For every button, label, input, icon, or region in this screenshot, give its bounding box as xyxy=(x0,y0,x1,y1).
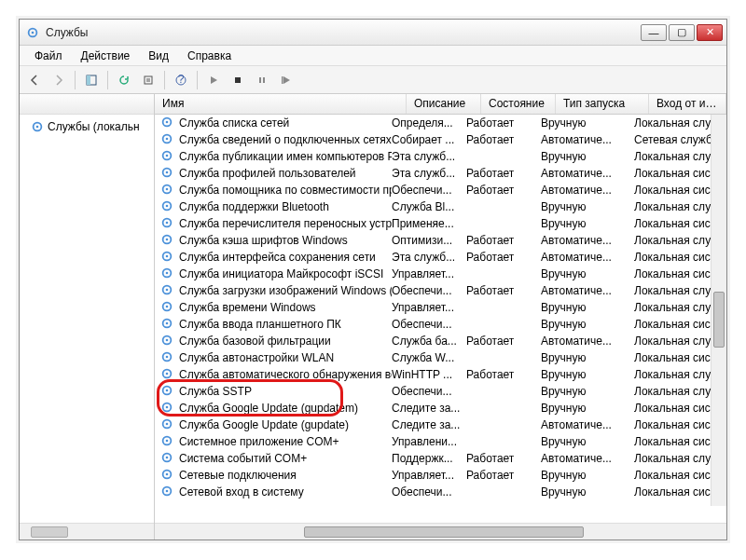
service-icon xyxy=(160,250,175,265)
menu-view[interactable]: Вид xyxy=(139,48,178,64)
service-row[interactable]: Служба автонастройки WLANСлужба W...Вруч… xyxy=(155,349,726,366)
service-description: Обеспечи... xyxy=(392,385,466,398)
svg-point-36 xyxy=(166,306,169,308)
service-row[interactable]: Служба профилей пользователейЭта служб..… xyxy=(155,165,726,182)
svg-text:?: ? xyxy=(178,75,185,86)
service-name: Служба сведений о подключенных сетях xyxy=(179,133,392,146)
service-name: Служба помощника по совместимости програ… xyxy=(179,184,392,197)
col-description[interactable]: Описание xyxy=(407,94,481,114)
service-row[interactable]: Служба сведений о подключенных сетяхСоби… xyxy=(155,131,726,148)
forward-button[interactable] xyxy=(48,69,70,91)
service-startup: Автоматиче... xyxy=(541,335,634,348)
service-row[interactable]: Служба Google Update (gupdatem)Следите з… xyxy=(155,400,726,417)
service-description: Обеспечи... xyxy=(392,485,466,499)
service-icon xyxy=(160,468,175,483)
service-name: Служба профилей пользователей xyxy=(179,167,356,180)
service-name: Сетевой вход в систему xyxy=(179,485,304,499)
service-status: Работает xyxy=(466,133,541,146)
service-description: Служба W... xyxy=(392,351,466,364)
svg-point-54 xyxy=(166,457,169,459)
col-logon[interactable]: Вход от имени xyxy=(649,94,726,114)
service-status: Работает xyxy=(466,116,541,130)
service-row[interactable]: Служба времени WindowsУправляет...Вручну… xyxy=(155,299,726,316)
service-status: Работает xyxy=(466,368,541,381)
service-startup: Вручную xyxy=(541,385,634,398)
col-status[interactable]: Состояние xyxy=(481,94,556,114)
svg-point-30 xyxy=(166,255,169,258)
service-row[interactable]: Служба базовой фильтрацииСлужба ба...Раб… xyxy=(155,333,726,349)
service-row[interactable]: Служба загрузки изображений Windows (WIA… xyxy=(155,282,726,299)
service-row[interactable]: Служба SSTPОбеспечи...ВручнуюЛокальная с… xyxy=(155,383,726,400)
col-startup[interactable]: Тип запуска xyxy=(556,94,649,114)
svg-rect-9 xyxy=(263,77,265,83)
service-row[interactable]: Служба помощника по совместимости програ… xyxy=(155,182,726,198)
service-startup: Автоматиче... xyxy=(541,133,634,146)
service-row[interactable]: Служба автоматического обнаружения веб-п… xyxy=(155,366,726,383)
svg-rect-3 xyxy=(87,75,90,85)
service-startup: Вручную xyxy=(541,485,634,499)
svg-point-16 xyxy=(166,138,169,141)
service-row[interactable]: Служба поддержки BluetoothСлужба Bl...Вр… xyxy=(155,198,726,215)
menu-file[interactable]: Файл xyxy=(25,48,72,64)
menu-help[interactable]: Справка xyxy=(178,48,241,64)
service-row[interactable]: Служба публикации имен компьютеров PNRPЭ… xyxy=(155,148,726,165)
menu-action[interactable]: Действие xyxy=(72,48,140,64)
pause-service-button[interactable] xyxy=(251,69,273,91)
service-name: Служба кэша шрифтов Windows xyxy=(179,234,348,247)
service-name: Служба списка сетей xyxy=(179,116,289,130)
col-name[interactable]: Имя xyxy=(155,94,407,114)
show-hide-tree-button[interactable] xyxy=(80,69,103,91)
services-list[interactable]: Служба списка сетейОпределя...РаботаетВр… xyxy=(155,115,726,523)
service-startup: Автоматиче... xyxy=(541,184,634,197)
service-startup: Вручную xyxy=(541,150,634,163)
service-name: Служба автонастройки WLAN xyxy=(179,351,334,364)
start-service-button[interactable] xyxy=(202,69,225,91)
service-row[interactable]: Служба ввода планшетного ПКОбеспечи...Вр… xyxy=(155,316,726,333)
service-startup: Вручную xyxy=(541,368,634,381)
service-row[interactable]: Служба инициатора Майкрософт iSCSIУправл… xyxy=(155,266,726,282)
service-row[interactable]: Система событий COM+Поддержк...РаботаетА… xyxy=(155,450,726,467)
stop-service-button[interactable] xyxy=(227,69,249,91)
service-description: Собирает ... xyxy=(392,133,466,146)
service-icon xyxy=(160,283,175,298)
back-button[interactable] xyxy=(23,69,46,91)
help-button[interactable]: ? xyxy=(170,69,192,91)
service-description: Поддержк... xyxy=(392,452,466,465)
export-button[interactable] xyxy=(137,69,159,91)
tree-root-services[interactable]: Службы (локальн xyxy=(25,118,148,135)
service-startup: Вручную xyxy=(541,116,634,130)
maximize-button[interactable]: ▢ xyxy=(669,24,695,41)
service-row[interactable]: Служба интерфейса сохранения сетиЭта слу… xyxy=(155,249,726,266)
service-name: Служба инициатора Майкрософт iSCSI xyxy=(179,267,383,280)
service-name: Служба перечислителя переносных устройст… xyxy=(179,217,392,230)
service-name: Служба Google Update (gupdatem) xyxy=(179,402,358,415)
service-row[interactable]: Служба перечислителя переносных устройст… xyxy=(155,215,726,232)
services-icon xyxy=(31,120,44,133)
horizontal-scrollbar[interactable] xyxy=(155,523,726,540)
service-description: Применяе... xyxy=(392,217,466,230)
restart-service-button[interactable] xyxy=(275,69,297,91)
close-button[interactable]: ✕ xyxy=(697,24,723,41)
service-row[interactable]: Системное приложение COM+Управлени...Вру… xyxy=(155,433,726,450)
scrollbar-thumb[interactable] xyxy=(713,292,725,348)
service-name: Служба Google Update (gupdate) xyxy=(179,418,349,431)
service-startup: Вручную xyxy=(541,318,634,331)
service-description: Управляет... xyxy=(392,469,466,482)
service-description: WinHTTP ... xyxy=(392,368,466,381)
service-description: Служба ба... xyxy=(392,335,466,348)
service-row[interactable]: Служба кэша шрифтов WindowsОптимизи...Ра… xyxy=(155,232,726,249)
minimize-button[interactable]: — xyxy=(641,24,667,41)
service-row[interactable]: Служба списка сетейОпределя...РаботаетВр… xyxy=(155,115,726,131)
service-icon xyxy=(160,166,175,181)
sidebar-hscrollbar[interactable] xyxy=(20,523,154,540)
service-row[interactable]: Сетевой вход в системуОбеспечи...Вручную… xyxy=(155,484,726,500)
scrollbar-thumb[interactable] xyxy=(31,526,68,538)
scrollbar-thumb[interactable] xyxy=(304,526,584,538)
service-status: Работает xyxy=(466,234,541,247)
vertical-scrollbar[interactable] xyxy=(711,115,726,506)
service-row[interactable]: Служба Google Update (gupdate)Следите за… xyxy=(155,417,726,433)
title-bar[interactable]: Службы — ▢ ✕ xyxy=(20,20,726,46)
service-row[interactable]: Сетевые подключенияУправляет...РаботаетВ… xyxy=(155,467,726,484)
service-startup: Вручную xyxy=(541,469,634,482)
refresh-button[interactable] xyxy=(113,69,135,91)
